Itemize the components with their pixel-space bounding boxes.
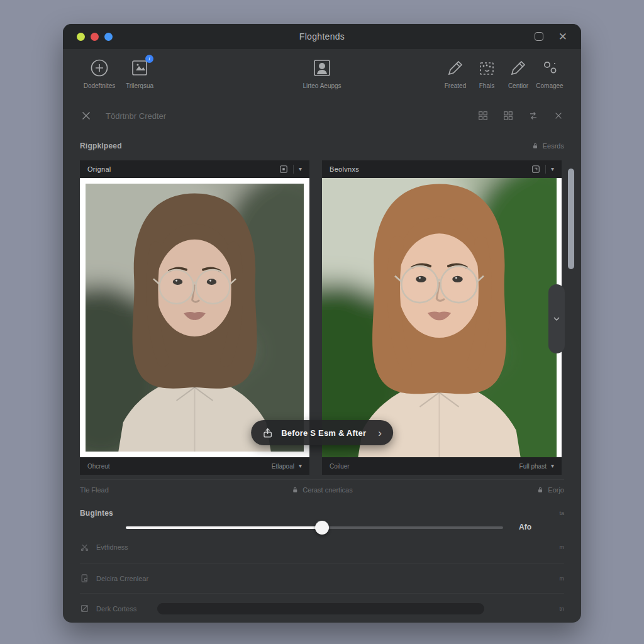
window-title: Floghtends bbox=[63, 31, 581, 42]
compare-panels: Orignal ▾ Ohcreut Etlapoal ▾ bbox=[80, 160, 564, 475]
toolbar-item-portrait[interactable]: Lirteo Aeupgs bbox=[302, 58, 342, 89]
chevron-down-icon: ▾ bbox=[551, 463, 554, 469]
before-after-button[interactable]: Before S Esm & After › bbox=[251, 420, 393, 445]
footer-label: Coiluer bbox=[330, 463, 350, 470]
photo-original[interactable] bbox=[80, 178, 309, 457]
chevron-down-icon[interactable]: ▾ bbox=[551, 166, 554, 172]
main-toolbar: Dodeftnites i Trilerqsua Lirteo Aeupgs F… bbox=[63, 49, 581, 101]
portrait-image-original bbox=[86, 184, 304, 452]
brightness-slider: Afo bbox=[80, 519, 564, 536]
meta-center-label: Cerast cnerticas bbox=[303, 486, 352, 494]
adjustment-value: tn bbox=[559, 606, 564, 612]
toolbar-item-add[interactable]: Dodeftnites bbox=[79, 58, 119, 89]
slider-label-row: Bugintes ta bbox=[80, 508, 564, 519]
footer-dropdown-value: Full phast bbox=[519, 463, 547, 470]
adjustment-row-softness[interactable]: Evtfidness m bbox=[80, 538, 564, 557]
pencil-icon bbox=[445, 58, 465, 78]
meta-right[interactable]: Eorjo bbox=[536, 486, 564, 494]
divider bbox=[545, 165, 546, 174]
portrait-icon bbox=[312, 58, 332, 78]
panel-footer: Ohcreut Etlapoal ▾ bbox=[80, 457, 309, 475]
adjustment-row-contrast[interactable]: Derk Cortess tn bbox=[80, 593, 564, 623]
divider bbox=[293, 165, 294, 174]
slider-auto-label: Afo bbox=[519, 523, 531, 531]
adjustment-label: Derk Cortess bbox=[96, 605, 136, 613]
toolbar-item-label: Trilerqsua bbox=[126, 82, 153, 89]
document-circle-icon bbox=[80, 574, 89, 583]
pip-icon[interactable] bbox=[531, 165, 540, 174]
share-icon bbox=[262, 428, 273, 438]
section-action-label: Eesrds bbox=[543, 142, 564, 150]
meta-right-label: Eorjo bbox=[548, 486, 564, 494]
footer-dropdown-value: Etlapoal bbox=[272, 463, 294, 470]
meta-center[interactable]: Cerast cnerticas bbox=[291, 486, 352, 494]
toolbar-item-edit-1[interactable]: Freated bbox=[440, 58, 470, 89]
panel-footer: Coiluer Full phast ▾ bbox=[322, 457, 562, 475]
image-icon: i bbox=[130, 58, 150, 78]
pencil-icon bbox=[508, 58, 528, 78]
circles-icon bbox=[540, 58, 560, 78]
panel-header: Beolvnxs ▾ bbox=[322, 160, 562, 178]
adjustment-value: m bbox=[560, 575, 565, 582]
chevron-down-icon: ▾ bbox=[299, 463, 302, 469]
app-window: Floghtends ✕ Dodeftnites i Trilerqsua Li… bbox=[63, 24, 581, 623]
chevron-right-icon: › bbox=[378, 428, 382, 438]
swap-arrows-icon[interactable] bbox=[527, 109, 540, 122]
chevron-down-icon[interactable]: ▾ bbox=[299, 166, 302, 172]
editor-title: Tödrtnbr Credter bbox=[106, 111, 166, 121]
adjustment-label: Evtfidness bbox=[96, 543, 128, 551]
grid-view-icon[interactable] bbox=[477, 109, 489, 122]
toolbar-item-label: Dodeftnites bbox=[84, 82, 116, 89]
before-after-label: Before S Esm & After bbox=[281, 428, 366, 438]
contrast-square-icon bbox=[80, 604, 89, 613]
meta-left-label: Tle Flead bbox=[80, 486, 109, 494]
lock-icon bbox=[531, 142, 539, 150]
toolbar-item-label: Centior bbox=[508, 82, 528, 89]
slider-right-value: ta bbox=[559, 510, 564, 516]
close-panel-icon[interactable] bbox=[552, 109, 565, 122]
toolbar-item-label: Lirteo Aeupgs bbox=[303, 82, 341, 89]
slider-track[interactable] bbox=[126, 526, 503, 529]
maximize-icon[interactable] bbox=[535, 32, 543, 41]
toolbar-item-label: Fhais bbox=[479, 82, 494, 89]
toolbar-item-library[interactable]: i Trilerqsua bbox=[119, 58, 160, 89]
slider-knob[interactable] bbox=[315, 521, 329, 535]
toolbar-item-edit-2[interactable]: Centior bbox=[503, 58, 533, 89]
close-window-icon[interactable]: ✕ bbox=[558, 31, 567, 42]
panel-title: Orignal bbox=[87, 165, 111, 173]
toolbar-item-select[interactable]: Fhais bbox=[472, 58, 502, 89]
close-editor-icon[interactable] bbox=[79, 109, 93, 123]
scrollbar-thumb[interactable] bbox=[568, 169, 574, 269]
footer-label: Ohcreut bbox=[87, 463, 110, 470]
pip-icon[interactable] bbox=[279, 165, 288, 174]
adjustment-row-cleaner[interactable]: Delcira Crrenlear m bbox=[80, 563, 564, 593]
title-bar: Floghtends ✕ bbox=[63, 24, 581, 49]
portrait-image-after bbox=[322, 178, 557, 457]
notification-badge: i bbox=[145, 55, 153, 63]
adjustment-value: m bbox=[560, 544, 565, 550]
section-action[interactable]: Eesrds bbox=[531, 142, 564, 150]
slider-fill bbox=[126, 526, 322, 529]
lock-icon bbox=[536, 486, 544, 494]
panel-header: Orignal ▾ bbox=[80, 160, 309, 178]
grid-view-2-icon[interactable] bbox=[502, 109, 514, 122]
photo-after[interactable] bbox=[322, 178, 562, 457]
toolbar-item-label: Freated bbox=[445, 82, 466, 89]
adjustment-label: Delcira Crrenlear bbox=[96, 575, 148, 582]
panel-title: Beolvnxs bbox=[330, 165, 359, 173]
chevron-down-icon bbox=[552, 314, 562, 324]
add-circle-icon bbox=[89, 58, 109, 78]
scroll-down-button[interactable] bbox=[548, 284, 565, 353]
editor-subheader: Tödrtnbr Credter bbox=[63, 101, 581, 131]
section-row: Rigpklpeed Eesrds bbox=[63, 131, 581, 160]
dashed-select-icon bbox=[477, 58, 497, 78]
meta-row: Tle Flead Cerast cnerticas Eorjo bbox=[80, 479, 564, 500]
scissors-icon bbox=[80, 543, 89, 552]
contrast-track[interactable] bbox=[157, 603, 484, 614]
section-title: Rigpklpeed bbox=[80, 142, 122, 150]
toolbar-item-compare[interactable]: Comagee bbox=[535, 58, 565, 89]
footer-dropdown[interactable]: Etlapoal ▾ bbox=[272, 463, 302, 470]
slider-label: Bugintes bbox=[80, 509, 113, 518]
footer-dropdown[interactable]: Full phast ▾ bbox=[519, 463, 554, 470]
lock-icon bbox=[291, 486, 299, 494]
